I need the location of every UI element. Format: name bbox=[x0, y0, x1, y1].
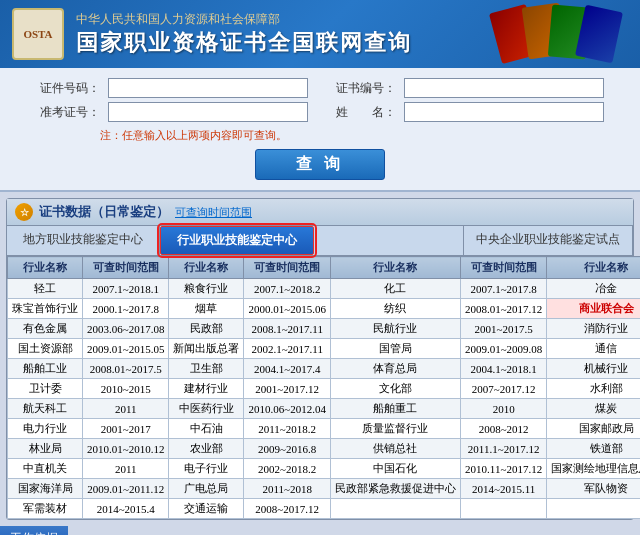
table-cell: 2000.01~2015.06 bbox=[244, 299, 330, 319]
table-cell: 2011~2018 bbox=[244, 479, 330, 499]
label-name: 姓 名： bbox=[316, 104, 396, 121]
table-cell: 2001~2017.5 bbox=[460, 319, 546, 339]
table-cell: 机械行业 bbox=[547, 359, 640, 379]
table-cell: 2003.06~2017.08 bbox=[83, 319, 169, 339]
table-row: 轻工2007.1~2018.1粮食行业2007.1~2018.2化工2007.1… bbox=[8, 279, 641, 299]
table-cell: 2008~2012 bbox=[460, 419, 546, 439]
table-cell: 军需装材 bbox=[8, 499, 83, 519]
table-cell: 广电总局 bbox=[169, 479, 244, 499]
section-title: 证书数据（日常鉴定） bbox=[39, 203, 169, 221]
cert-number-input[interactable] bbox=[404, 78, 604, 98]
table-cell: 2010 bbox=[460, 399, 546, 419]
form-note: 注：任意输入以上两项内容即可查询。 bbox=[20, 128, 604, 143]
table-cell: 2008.01~2017.12 bbox=[460, 299, 546, 319]
table-cell bbox=[460, 499, 546, 519]
table-cell: 有色金属 bbox=[8, 319, 83, 339]
table-cell: 国管局 bbox=[330, 339, 460, 359]
table-row: 卫计委2010~2015建材行业2001~2017.12文化部2007~2017… bbox=[8, 379, 641, 399]
logo-text: OSTA bbox=[23, 28, 52, 40]
logo: OSTA bbox=[12, 8, 64, 60]
table-cell: 电力行业 bbox=[8, 419, 83, 439]
section-link[interactable]: 可查询时间范围 bbox=[175, 205, 252, 220]
table-cell: 2011 bbox=[83, 459, 169, 479]
table-cell: 2007.1~2017.8 bbox=[460, 279, 546, 299]
table-cell: 电子行业 bbox=[169, 459, 244, 479]
col-header-5: 行业名称 bbox=[330, 257, 460, 279]
table-cell: 航天科工 bbox=[8, 399, 83, 419]
table-cell: 铁道部 bbox=[547, 439, 640, 459]
table-cell: 2001~2017.12 bbox=[244, 379, 330, 399]
label-cert: 证书编号： bbox=[316, 80, 396, 97]
table-cell: 2009.01~2009.08 bbox=[460, 339, 546, 359]
table-cell bbox=[330, 499, 460, 519]
table-cell: 煤炭 bbox=[547, 399, 640, 419]
table-cell: 纺织 bbox=[330, 299, 460, 319]
table-row: 军需装材2014~2015.4交通运输2008~2017.12 bbox=[8, 499, 641, 519]
query-button[interactable]: 查 询 bbox=[255, 149, 385, 180]
table-cell: 供销总社 bbox=[330, 439, 460, 459]
table-cell: 2000.1~2017.8 bbox=[83, 299, 169, 319]
table-cell: 2008.01~2017.5 bbox=[83, 359, 169, 379]
table-cell: 2014~2015.11 bbox=[460, 479, 546, 499]
col-header-1: 行业名称 bbox=[8, 257, 83, 279]
table-row: 中直机关2011电子行业2002~2018.2中国石化2010.11~2017.… bbox=[8, 459, 641, 479]
table-cell: 中石油 bbox=[169, 419, 244, 439]
table-cell: 冶金 bbox=[547, 279, 640, 299]
footer-bar[interactable]: 工作依据 bbox=[0, 526, 68, 535]
table-cell: 2010.06~2012.04 bbox=[244, 399, 330, 419]
table-cell: 中医药行业 bbox=[169, 399, 244, 419]
col-header-3: 行业名称 bbox=[169, 257, 244, 279]
tab-industry[interactable]: 行业职业技能鉴定中心 bbox=[160, 226, 314, 255]
table-cell: 新闻出版总署 bbox=[169, 339, 244, 359]
table-cell: 2009~2016.8 bbox=[244, 439, 330, 459]
label-admission: 准考证号： bbox=[20, 104, 100, 121]
table-cell: 2002~2018.2 bbox=[244, 459, 330, 479]
table-cell: 2004.1~2018.1 bbox=[460, 359, 546, 379]
table-cell: 2011 bbox=[83, 399, 169, 419]
table-cell: 2002.1~2017.11 bbox=[244, 339, 330, 359]
tab-central[interactable]: 中央企业职业技能鉴定试点 bbox=[463, 226, 633, 255]
table-cell: 2008~2017.12 bbox=[244, 499, 330, 519]
section-icon: ☆ bbox=[15, 203, 33, 221]
table-cell: 珠宝首饰行业 bbox=[8, 299, 83, 319]
section-header: ☆ 证书数据（日常鉴定） 可查询时间范围 bbox=[7, 199, 633, 226]
form-grid: 证件号码： 证书编号： 准考证号： 姓 名： 注：任意输入以上两项内容即可查询。 bbox=[20, 78, 620, 143]
table-cell: 2014~2015.4 bbox=[83, 499, 169, 519]
table-row: 国家海洋局2009.01~2011.12广电总局2011~2018民政部紧急救援… bbox=[8, 479, 641, 499]
table-cell: 军队物资 bbox=[547, 479, 640, 499]
col-header-6: 可查时间范围 bbox=[460, 257, 546, 279]
admission-number-input[interactable] bbox=[108, 102, 308, 122]
table-cell: 2010.01~2010.12 bbox=[83, 439, 169, 459]
table-cell: 2009.01~2011.12 bbox=[83, 479, 169, 499]
tabs-row: 地方职业技能鉴定中心 行业职业技能鉴定中心 中央企业职业技能鉴定试点 bbox=[7, 226, 633, 256]
table-cell: 农业部 bbox=[169, 439, 244, 459]
table-cell: 2008.1~2017.11 bbox=[244, 319, 330, 339]
col-header-7: 行业名称 bbox=[547, 257, 640, 279]
header-title: 中华人民共和国人力资源和社会保障部 国家职业资格证书全国联网查询 bbox=[76, 11, 412, 58]
table-cell: 卫计委 bbox=[8, 379, 83, 399]
main-content: ☆ 证书数据（日常鉴定） 可查询时间范围 地方职业技能鉴定中心 行业职业技能鉴定… bbox=[6, 198, 634, 520]
table-cell: 2011.1~2017.12 bbox=[460, 439, 546, 459]
table-cell: 2010~2015 bbox=[83, 379, 169, 399]
table-cell: 水利部 bbox=[547, 379, 640, 399]
table-cell: 中国石化 bbox=[330, 459, 460, 479]
table-cell: 2011~2018.2 bbox=[244, 419, 330, 439]
table-row: 有色金属2003.06~2017.08民政部2008.1~2017.11民航行业… bbox=[8, 319, 641, 339]
table-row: 航天科工2011中医药行业2010.06~2012.04船舶重工2010煤炭20… bbox=[8, 399, 641, 419]
id-number-input[interactable] bbox=[108, 78, 308, 98]
cert-cards-decoration bbox=[428, 8, 628, 60]
table-cell: 2004.1~2017.4 bbox=[244, 359, 330, 379]
table-row: 船舶工业2008.01~2017.5卫生部2004.1~2017.4体育总局20… bbox=[8, 359, 641, 379]
col-header-4: 可查时间范围 bbox=[244, 257, 330, 279]
table-cell: 船舶重工 bbox=[330, 399, 460, 419]
table-cell: 民政部紧急救援促进中心 bbox=[330, 479, 460, 499]
tab-local[interactable]: 地方职业技能鉴定中心 bbox=[7, 226, 160, 255]
table-cell: 化工 bbox=[330, 279, 460, 299]
table-cell: 国家海洋局 bbox=[8, 479, 83, 499]
table-cell: 民航行业 bbox=[330, 319, 460, 339]
table-cell: 建材行业 bbox=[169, 379, 244, 399]
name-input[interactable] bbox=[404, 102, 604, 122]
table-row: 珠宝首饰行业2000.1~2017.8烟草2000.01~2015.06纺织20… bbox=[8, 299, 641, 319]
table-cell: 卫生部 bbox=[169, 359, 244, 379]
table-cell: 消防行业 bbox=[547, 319, 640, 339]
